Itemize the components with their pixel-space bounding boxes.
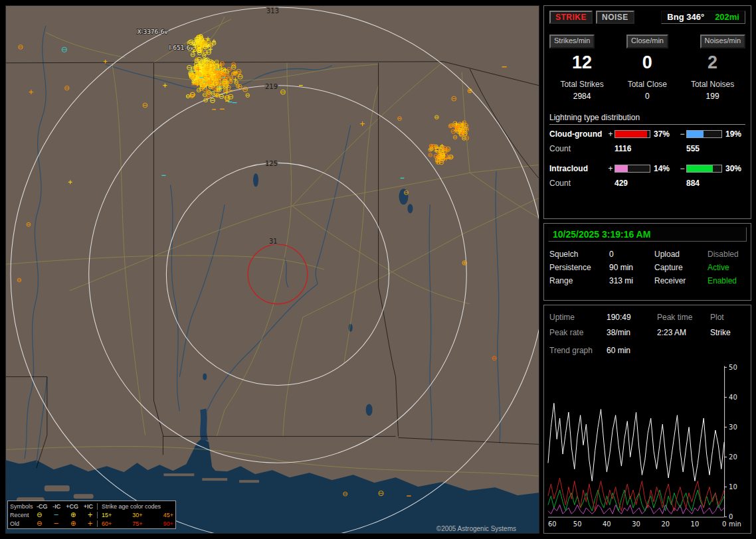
noises-per-min-badge[interactable]: Noises/min [700, 35, 745, 48]
svg-text:20: 20 [729, 453, 737, 461]
legend-row-old: Old ⊖ − ⊕ + 60+ 75+ 90+ [10, 519, 173, 528]
info-row: Squelch 0 Upload Disabled [548, 248, 747, 261]
plus-sign: + [607, 164, 614, 173]
svg-text:219: 219 [265, 83, 278, 90]
total-strikes-value: 2984 [549, 92, 614, 101]
cloud-ground-row: Cloud-ground + 37% − 19% [549, 126, 745, 142]
age-90: 90+ [163, 520, 173, 527]
age-60: 60+ [102, 520, 112, 527]
strikes-per-min-badge[interactable]: Strikes/min [549, 35, 595, 48]
cg-pos-bar [614, 130, 650, 138]
cg-pos-icon: ⊕ [70, 520, 76, 527]
svg-text:125: 125 [265, 160, 278, 167]
age-15: 15+ [102, 512, 112, 518]
svg-text:min: min [729, 520, 741, 528]
svg-text:I-651-6v: I-651-6v [169, 44, 194, 51]
close-per-min-value: 0 [614, 52, 680, 73]
legend-type-cg-neg: -CG [37, 503, 48, 510]
legend-header: Symbols -CG -IC +CG +IC Strike age color… [10, 502, 173, 510]
session-row: Uptime 190:49 Peak time Plot [548, 309, 747, 325]
cg-pos-icon: ⊕ [70, 512, 76, 518]
svg-text:0: 0 [722, 520, 726, 528]
map-canvas[interactable]: 31321912531X-3376-6vI-651-6v [6, 6, 539, 533]
trend-chart-canvas: 010203040506050403020100min [547, 363, 748, 530]
svg-text:30: 30 [729, 424, 737, 431]
age-45: 45+ [163, 512, 173, 518]
svg-text:0: 0 [729, 513, 733, 520]
minus-sign: − [678, 129, 686, 139]
distribution-title: Lightning type distribution [549, 113, 745, 125]
session-row: Peak rate 38/min 2:23 AM Strike [548, 325, 747, 340]
bearing-distance: 202mi [715, 12, 739, 22]
ic-neg-icon: − [54, 520, 59, 527]
upload-status: Disabled [708, 250, 747, 259]
noises-per-min-value: 2 [680, 52, 745, 73]
legend-symbols-title: Symbols [10, 503, 37, 510]
legend-type-cg-pos: +CG [66, 503, 78, 510]
bearing-readout: Bng 346° 202mi [661, 11, 745, 24]
legend-row-recent: Recent ⊖ − ⊕ + 15+ 30+ 45+ [10, 510, 173, 519]
svg-text:31: 31 [269, 238, 278, 245]
bearing-value: Bng 346° [667, 12, 704, 22]
svg-text:40: 40 [729, 394, 737, 401]
map-legend: Symbols -CG -IC +CG +IC Strike age color… [7, 501, 176, 529]
legend-type-ic-neg: -IC [52, 503, 60, 510]
total-noises-label: Total Noises [680, 80, 745, 89]
copyright-text: ©2005 Astrogenic Systems [436, 525, 516, 532]
age-75: 75+ [132, 520, 142, 527]
strike-button[interactable]: STRIKE [549, 11, 593, 24]
ic-neg-bar [686, 165, 722, 173]
capture-status: Active [708, 263, 747, 272]
trend-graph: 010203040506050403020100min [547, 363, 748, 530]
svg-text:60: 60 [548, 520, 557, 528]
trend-graph-label-row: Trend graph 60 min [548, 343, 747, 358]
age-30: 30+ [132, 512, 142, 518]
cg-neg-bar [686, 130, 722, 138]
lightning-map[interactable]: 31321912531X-3376-6vI-651-6v Symbols -CG… [5, 5, 539, 534]
svg-text:50: 50 [729, 364, 737, 371]
cloud-ground-counts: Count 1116 555 [549, 142, 745, 155]
svg-text:10: 10 [691, 520, 700, 528]
stats-panel: STRIKE NOISE Bng 346° 202mi Strikes/min … [543, 5, 751, 219]
total-noises-value: 199 [680, 92, 745, 101]
ic-pos-bar [614, 165, 650, 173]
strikes-per-min-value: 12 [549, 52, 614, 73]
intracloud-row: Intracloud + 14% − 30% [549, 161, 745, 177]
datetime-display: 10/25/2025 3:19:16 AM [548, 227, 747, 242]
legend-age-title: Strike age color codes [98, 503, 173, 510]
plus-sign: + [607, 129, 614, 139]
ic-neg-icon: − [54, 512, 59, 518]
noise-button[interactable]: NOISE [596, 11, 634, 24]
svg-text:40: 40 [603, 520, 611, 528]
cg-neg-icon: ⊖ [37, 512, 42, 518]
ic-pos-icon: + [88, 512, 93, 518]
close-per-min-badge[interactable]: Close/min [626, 35, 668, 48]
svg-text:20: 20 [661, 520, 670, 528]
total-close-value: 0 [614, 92, 680, 101]
ic-pos-icon: + [88, 520, 93, 527]
info-panel: 10/25/2025 3:19:16 AM Squelch 0 Upload D… [543, 223, 751, 301]
cg-neg-icon: ⊖ [37, 520, 42, 527]
info-row: Persistence 90 min Capture Active [548, 261, 747, 274]
svg-text:50: 50 [573, 520, 582, 528]
svg-text:10: 10 [729, 483, 737, 491]
receiver-status: Enabled [708, 276, 747, 285]
info-row: Range 313 mi Receiver Enabled [548, 274, 747, 287]
legend-type-ic-pos: +IC [84, 503, 93, 510]
total-close-label: Total Close [614, 80, 680, 89]
minus-sign: − [678, 164, 686, 173]
svg-text:313: 313 [266, 7, 279, 15]
svg-text:30: 30 [632, 520, 640, 528]
total-strikes-label: Total Strikes [549, 80, 614, 89]
svg-text:X-3376-6v: X-3376-6v [138, 29, 169, 35]
session-panel: Uptime 190:49 Peak time Plot Peak rate 3… [543, 305, 751, 534]
intracloud-counts: Count 429 884 [549, 177, 745, 190]
